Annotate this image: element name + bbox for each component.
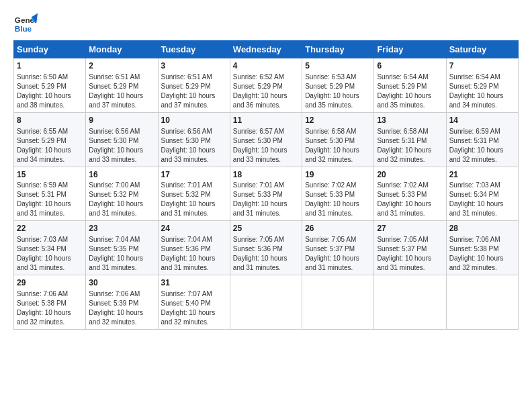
calendar-cell: 24Sunrise: 7:04 AM Sunset: 5:36 PM Dayli… xyxy=(158,221,230,275)
day-number: 13 xyxy=(377,115,443,126)
day-number: 3 xyxy=(161,60,227,72)
day-number: 4 xyxy=(233,60,299,72)
calendar-cell: 10Sunrise: 6:56 AM Sunset: 5:30 PM Dayli… xyxy=(158,112,230,167)
day-number: 10 xyxy=(161,115,227,126)
calendar-cell: 26Sunrise: 7:05 AM Sunset: 5:37 PM Dayli… xyxy=(302,221,374,275)
day-number: 18 xyxy=(233,169,299,181)
header-day-sunday: Sunday xyxy=(14,41,86,58)
day-number: 7 xyxy=(449,60,515,72)
day-info: Sunrise: 6:53 AM Sunset: 5:29 PM Dayligh… xyxy=(305,73,371,110)
day-info: Sunrise: 6:55 AM Sunset: 5:29 PM Dayligh… xyxy=(17,127,83,165)
calendar-cell: 29Sunrise: 7:06 AM Sunset: 5:38 PM Dayli… xyxy=(14,275,86,330)
logo: General Blue xyxy=(13,12,40,36)
calendar-cell: 25Sunrise: 7:05 AM Sunset: 5:36 PM Dayli… xyxy=(230,221,302,275)
header-day-saturday: Saturday xyxy=(446,41,518,58)
calendar-cell: 7Sunrise: 6:54 AM Sunset: 5:29 PM Daylig… xyxy=(446,58,518,113)
day-info: Sunrise: 7:04 AM Sunset: 5:35 PM Dayligh… xyxy=(89,235,154,273)
header-row: SundayMondayTuesdayWednesdayThursdayFrid… xyxy=(14,41,519,58)
calendar-body: 1Sunrise: 6:50 AM Sunset: 5:29 PM Daylig… xyxy=(14,58,519,330)
header-day-tuesday: Tuesday xyxy=(158,41,230,58)
day-info: Sunrise: 7:07 AM Sunset: 5:40 PM Dayligh… xyxy=(161,289,227,327)
day-number: 11 xyxy=(233,115,299,126)
day-info: Sunrise: 7:01 AM Sunset: 5:32 PM Dayligh… xyxy=(161,181,227,218)
page: General Blue SundayMondayTuesdayWednesda… xyxy=(0,0,532,411)
day-number: 19 xyxy=(305,169,371,181)
calendar-cell: 21Sunrise: 7:03 AM Sunset: 5:34 PM Dayli… xyxy=(446,167,518,221)
day-info: Sunrise: 7:03 AM Sunset: 5:34 PM Dayligh… xyxy=(449,181,515,218)
day-number: 31 xyxy=(161,277,227,289)
calendar-cell xyxy=(230,275,302,330)
day-number: 6 xyxy=(377,60,443,72)
day-number: 1 xyxy=(17,60,83,72)
day-number: 20 xyxy=(377,169,443,181)
day-number: 26 xyxy=(305,223,371,234)
day-info: Sunrise: 7:05 AM Sunset: 5:37 PM Dayligh… xyxy=(305,235,371,273)
calendar-cell: 14Sunrise: 6:59 AM Sunset: 5:31 PM Dayli… xyxy=(446,112,518,167)
calendar-cell xyxy=(302,275,374,330)
day-number: 15 xyxy=(17,169,83,181)
day-number: 9 xyxy=(89,115,154,126)
calendar-cell: 1Sunrise: 6:50 AM Sunset: 5:29 PM Daylig… xyxy=(14,58,86,113)
day-number: 23 xyxy=(89,223,154,234)
day-info: Sunrise: 6:59 AM Sunset: 5:31 PM Dayligh… xyxy=(17,181,83,218)
calendar-cell: 8Sunrise: 6:55 AM Sunset: 5:29 PM Daylig… xyxy=(14,112,86,167)
calendar-table: SundayMondayTuesdayWednesdayThursdayFrid… xyxy=(13,40,519,330)
day-number: 24 xyxy=(161,223,227,234)
calendar-cell: 3Sunrise: 6:51 AM Sunset: 5:29 PM Daylig… xyxy=(158,58,230,113)
week-row-3: 22Sunrise: 7:03 AM Sunset: 5:34 PM Dayli… xyxy=(14,221,519,275)
header-day-thursday: Thursday xyxy=(302,41,374,58)
calendar-cell: 23Sunrise: 7:04 AM Sunset: 5:35 PM Dayli… xyxy=(86,221,158,275)
calendar-cell xyxy=(446,275,518,330)
day-info: Sunrise: 7:04 AM Sunset: 5:36 PM Dayligh… xyxy=(161,235,227,273)
day-info: Sunrise: 6:56 AM Sunset: 5:30 PM Dayligh… xyxy=(89,127,154,165)
day-info: Sunrise: 6:54 AM Sunset: 5:29 PM Dayligh… xyxy=(449,73,515,110)
week-row-4: 29Sunrise: 7:06 AM Sunset: 5:38 PM Dayli… xyxy=(14,275,519,330)
calendar-cell: 18Sunrise: 7:01 AM Sunset: 5:33 PM Dayli… xyxy=(230,167,302,221)
day-info: Sunrise: 7:05 AM Sunset: 5:36 PM Dayligh… xyxy=(233,235,299,273)
day-number: 28 xyxy=(449,223,515,234)
day-number: 5 xyxy=(305,60,371,72)
calendar-cell: 5Sunrise: 6:53 AM Sunset: 5:29 PM Daylig… xyxy=(302,58,374,113)
day-number: 17 xyxy=(161,169,227,181)
calendar-cell: 6Sunrise: 6:54 AM Sunset: 5:29 PM Daylig… xyxy=(374,58,446,113)
week-row-2: 15Sunrise: 6:59 AM Sunset: 5:31 PM Dayli… xyxy=(14,167,519,221)
day-number: 14 xyxy=(449,115,515,126)
calendar-cell: 30Sunrise: 7:06 AM Sunset: 5:39 PM Dayli… xyxy=(86,275,158,330)
week-row-0: 1Sunrise: 6:50 AM Sunset: 5:29 PM Daylig… xyxy=(14,58,519,113)
calendar-cell: 27Sunrise: 7:05 AM Sunset: 5:37 PM Dayli… xyxy=(374,221,446,275)
day-number: 12 xyxy=(305,115,371,126)
day-info: Sunrise: 6:50 AM Sunset: 5:29 PM Dayligh… xyxy=(17,73,83,110)
header-day-wednesday: Wednesday xyxy=(230,41,302,58)
calendar-cell: 22Sunrise: 7:03 AM Sunset: 5:34 PM Dayli… xyxy=(14,221,86,275)
day-number: 2 xyxy=(89,60,154,72)
calendar-cell: 17Sunrise: 7:01 AM Sunset: 5:32 PM Dayli… xyxy=(158,167,230,221)
calendar-cell: 2Sunrise: 6:51 AM Sunset: 5:29 PM Daylig… xyxy=(86,58,158,113)
calendar-cell: 11Sunrise: 6:57 AM Sunset: 5:30 PM Dayli… xyxy=(230,112,302,167)
calendar-cell: 13Sunrise: 6:58 AM Sunset: 5:31 PM Dayli… xyxy=(374,112,446,167)
calendar-cell: 19Sunrise: 7:02 AM Sunset: 5:33 PM Dayli… xyxy=(302,167,374,221)
header-day-friday: Friday xyxy=(374,41,446,58)
calendar-cell: 20Sunrise: 7:02 AM Sunset: 5:33 PM Dayli… xyxy=(374,167,446,221)
svg-text:Blue: Blue xyxy=(15,24,32,33)
day-number: 8 xyxy=(17,115,83,126)
day-info: Sunrise: 6:57 AM Sunset: 5:30 PM Dayligh… xyxy=(233,127,299,165)
day-number: 22 xyxy=(17,223,83,234)
day-number: 30 xyxy=(89,277,154,289)
day-info: Sunrise: 6:56 AM Sunset: 5:30 PM Dayligh… xyxy=(161,127,227,165)
day-info: Sunrise: 6:54 AM Sunset: 5:29 PM Dayligh… xyxy=(377,73,443,110)
day-info: Sunrise: 7:03 AM Sunset: 5:34 PM Dayligh… xyxy=(17,235,83,273)
logo-icon: General Blue xyxy=(13,12,38,36)
day-number: 27 xyxy=(377,223,443,234)
day-info: Sunrise: 7:00 AM Sunset: 5:32 PM Dayligh… xyxy=(89,181,154,218)
week-row-1: 8Sunrise: 6:55 AM Sunset: 5:29 PM Daylig… xyxy=(14,112,519,167)
calendar-cell: 9Sunrise: 6:56 AM Sunset: 5:30 PM Daylig… xyxy=(86,112,158,167)
day-number: 21 xyxy=(449,169,515,181)
calendar-cell: 16Sunrise: 7:00 AM Sunset: 5:32 PM Dayli… xyxy=(86,167,158,221)
header-day-monday: Monday xyxy=(86,41,158,58)
day-info: Sunrise: 7:06 AM Sunset: 5:38 PM Dayligh… xyxy=(17,289,83,327)
day-info: Sunrise: 6:58 AM Sunset: 5:31 PM Dayligh… xyxy=(377,127,443,165)
calendar-cell: 31Sunrise: 7:07 AM Sunset: 5:40 PM Dayli… xyxy=(158,275,230,330)
day-info: Sunrise: 6:59 AM Sunset: 5:31 PM Dayligh… xyxy=(449,127,515,165)
calendar-cell: 28Sunrise: 7:06 AM Sunset: 5:38 PM Dayli… xyxy=(446,221,518,275)
calendar-cell: 15Sunrise: 6:59 AM Sunset: 5:31 PM Dayli… xyxy=(14,167,86,221)
